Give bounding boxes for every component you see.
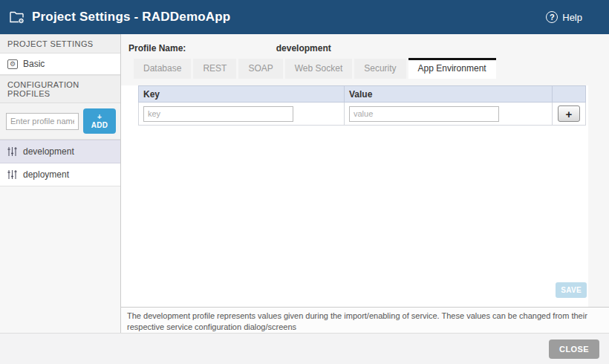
- window-title: Project Settings - RADDemoApp: [32, 10, 230, 25]
- profile-note: The development profile represents value…: [121, 307, 609, 333]
- tab-database[interactable]: Database: [134, 59, 191, 79]
- help-label: Help: [562, 12, 582, 23]
- add-cell: +: [553, 103, 586, 126]
- section-header-configuration-profiles: CONFIGURATION PROFILES: [0, 75, 120, 103]
- sidebar: PROJECT SETTINGS ⚙ Basic CONFIGURATION P…: [0, 34, 121, 333]
- key-cell: [139, 103, 345, 126]
- column-header-actions: [553, 86, 586, 103]
- help-button[interactable]: ? Help: [546, 11, 582, 23]
- profile-item-development[interactable]: development: [0, 140, 120, 163]
- tab-rest[interactable]: REST: [193, 59, 236, 79]
- tab-app-environment[interactable]: App Environment: [408, 58, 496, 79]
- column-header-key: Key: [139, 86, 345, 103]
- table-row: +: [139, 103, 586, 126]
- section-header-project-settings: PROJECT SETTINGS: [0, 34, 120, 53]
- table-header-row: Key Value: [139, 86, 586, 103]
- profile-name-row: Profile Name: development: [121, 34, 609, 59]
- add-profile-button[interactable]: + ADD: [83, 108, 116, 134]
- key-input[interactable]: [143, 106, 293, 122]
- close-button[interactable]: CLOSE: [549, 339, 599, 359]
- key-value-table: Key Value +: [138, 85, 586, 126]
- profile-name-value: development: [276, 43, 331, 53]
- gear-window-icon: ⚙: [7, 59, 18, 69]
- tab-soap[interactable]: SOAP: [238, 59, 282, 79]
- question-mark-icon: ?: [546, 11, 558, 23]
- title-bar: Project Settings - RADDemoApp ? Help: [0, 0, 609, 34]
- value-input[interactable]: [349, 106, 499, 122]
- project-settings-icon: [9, 10, 25, 25]
- sliders-icon: [7, 169, 17, 180]
- sliders-icon: [7, 146, 17, 157]
- app-environment-panel: Key Value +: [121, 85, 588, 307]
- add-profile-row: + ADD: [0, 103, 120, 140]
- sidebar-item-basic-label: Basic: [23, 59, 45, 69]
- column-header-value: Value: [345, 86, 553, 103]
- profile-item-label: development: [23, 146, 74, 157]
- add-row-button[interactable]: +: [558, 105, 580, 122]
- sidebar-item-basic[interactable]: ⚙ Basic: [0, 53, 120, 75]
- profile-item-deployment[interactable]: deployment: [0, 163, 120, 186]
- profile-name-label: Profile Name:: [128, 43, 186, 53]
- tab-security[interactable]: Security: [354, 59, 406, 79]
- profile-item-label: deployment: [23, 169, 69, 180]
- bottom-bar: CLOSE: [0, 333, 609, 364]
- save-button[interactable]: SAVE: [556, 282, 587, 298]
- tab-web-socket[interactable]: Web Socket: [285, 59, 352, 79]
- value-cell: [345, 103, 553, 126]
- tab-bar: Database REST SOAP Web Socket Security A…: [121, 59, 609, 79]
- main-panel: Profile Name: development Database REST …: [121, 34, 609, 333]
- profile-name-input[interactable]: [6, 113, 79, 130]
